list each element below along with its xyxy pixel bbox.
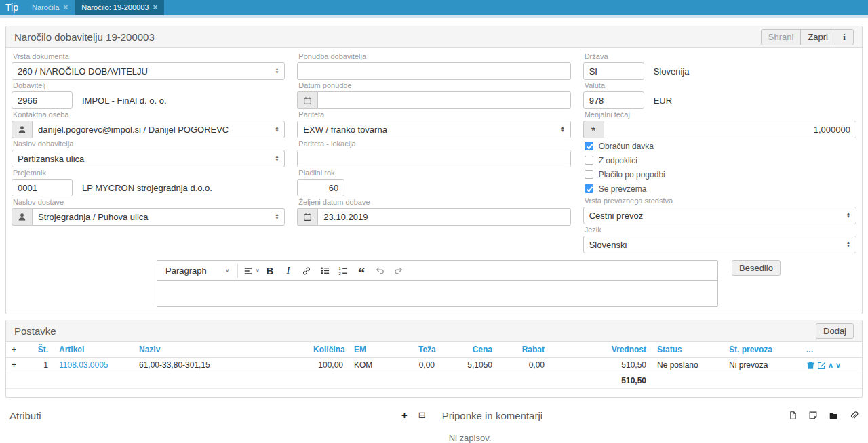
checkbox-se-prevzema[interactable]: Se prevzema: [585, 182, 856, 195]
order-panel: Naročilo dobavitelju 19-200003 Shrani Za…: [5, 26, 863, 314]
dobavitelj-name: IMPOL - FinAl d. o. o.: [82, 96, 167, 106]
dobavitelj-code-input[interactable]: [12, 91, 73, 109]
select-value: Strojegradnja / Puhova ulica: [38, 212, 275, 222]
select-value: Slovenski: [589, 240, 846, 250]
placilni-rok-input[interactable]: [297, 179, 344, 196]
delete-icon[interactable]: [806, 361, 815, 370]
checkbox-indicator[interactable]: [585, 156, 593, 165]
vrsta-dokumenta-select[interactable]: 260 / NAROČILO DOBAVITELJU ▲▼: [12, 62, 285, 80]
pariteta-select[interactable]: EXW / franko tovarna ▲▼: [297, 121, 570, 138]
collapse-icon[interactable]: ⊟: [418, 410, 426, 420]
besedilo-button[interactable]: Besedilo: [732, 260, 781, 276]
close-icon[interactable]: ×: [63, 4, 68, 11]
folder-icon[interactable]: [829, 411, 838, 420]
info-button[interactable]: i: [835, 29, 854, 45]
field-label: Naslov dostave: [13, 198, 285, 207]
move-up-icon[interactable]: ∧: [828, 361, 833, 370]
undo-button[interactable]: [372, 263, 388, 279]
bulleted-list-icon: [320, 266, 330, 276]
numbered-list-icon: 12: [338, 266, 349, 276]
alignment-dropdown[interactable]: ∨: [243, 263, 260, 279]
artikel-link[interactable]: 1108.03.0005: [59, 360, 108, 370]
kontaktna-oseba-select[interactable]: danijel.pogorevc@impol.si / Danijel POGO…: [32, 121, 285, 138]
col-header-status[interactable]: Status: [652, 342, 724, 358]
table-empty-row: [6, 389, 862, 397]
tab-narocilo-19-200003[interactable]: Naročilo: 19-200003 ×: [75, 0, 164, 15]
close-button[interactable]: Zapri: [800, 29, 835, 45]
paragraph-dropdown[interactable]: Paragraph ∨: [161, 263, 232, 279]
col-header-cena[interactable]: Cena: [440, 342, 498, 358]
col-header-em[interactable]: EM: [349, 342, 413, 358]
checkbox-indicator[interactable]: [585, 184, 593, 193]
zeljeni-datum-dobave-input[interactable]: [317, 208, 570, 226]
field-label: Država: [585, 52, 856, 61]
pariteta-lokacija-input[interactable]: [297, 150, 570, 167]
menjalni-tecaj-input[interactable]: [604, 121, 856, 138]
col-header-rabat[interactable]: Rabat: [498, 342, 550, 358]
calendar-icon[interactable]: [297, 91, 317, 109]
bulleted-list-button[interactable]: [317, 263, 333, 279]
spinner-icon: ▲▼: [275, 68, 279, 75]
new-document-icon[interactable]: [789, 410, 797, 420]
row-expand-plus[interactable]: +: [6, 358, 31, 373]
attachment-link-icon[interactable]: [849, 410, 859, 420]
row-actions: ∧ ∨: [806, 361, 856, 370]
add-attribute-icon[interactable]: +: [401, 410, 408, 420]
postavke-panel-header: Postavke Dodaj: [6, 320, 862, 342]
naslov-dobavitelja-select[interactable]: Partizanska ulica ▲▼: [12, 150, 285, 167]
naslov-dostave-select[interactable]: Strojegradnja / Puhova ulica ▲▼: [32, 208, 285, 226]
ponudba-dobavitelja-input[interactable]: [297, 62, 570, 80]
spinner-icon: ▲▼: [275, 126, 279, 133]
add-item-button[interactable]: Dodaj: [816, 323, 854, 339]
priponke-section: Priponke in komentarji Ni zapisov.: [442, 410, 859, 443]
col-header-plus[interactable]: +: [6, 342, 31, 358]
col-header-teza[interactable]: Teža: [413, 342, 440, 358]
checkbox-indicator[interactable]: [585, 142, 593, 150]
field-label: Željeni datum dobave: [298, 198, 570, 207]
field-label: Vrsta dokumenta: [13, 52, 285, 61]
col-header-st[interactable]: Št.: [31, 342, 54, 358]
asterisk-icon[interactable]: *: [583, 121, 604, 138]
link-button[interactable]: [298, 263, 315, 279]
editor-content-area[interactable]: [157, 281, 717, 306]
col-header-kolicina[interactable]: Količina: [308, 342, 349, 358]
page-title: Naročilo dobavitelju 19-200003: [14, 31, 761, 43]
checkbox-indicator[interactable]: [585, 170, 593, 179]
col-header-st-prevoza[interactable]: St. prevoza: [724, 342, 801, 358]
col-header-artikel[interactable]: Artikel: [54, 342, 134, 358]
close-icon[interactable]: ×: [153, 4, 157, 11]
save-button[interactable]: Shrani: [761, 29, 802, 45]
empty-records-text: Ni zapisov.: [449, 433, 859, 443]
calendar-icon[interactable]: [297, 208, 317, 226]
tab-narocila[interactable]: Naročila ×: [25, 0, 75, 15]
checkbox-z-odpoklici[interactable]: Z odpoklici: [585, 154, 856, 167]
chevron-down-icon: ∨: [225, 268, 229, 274]
block-quote-button[interactable]: “: [353, 263, 370, 279]
drzava-code-input[interactable]: [583, 62, 644, 80]
redo-button[interactable]: [390, 263, 406, 279]
svg-text:2: 2: [338, 272, 340, 276]
checkbox-obracun-davka[interactable]: Obračun davka: [585, 140, 856, 152]
numbered-list-button[interactable]: 12: [335, 263, 351, 279]
prejemnik-code-input[interactable]: [12, 179, 73, 196]
italic-button[interactable]: I: [280, 263, 296, 279]
col-header-more[interactable]: ...: [801, 342, 862, 358]
field-label: Dobavitelj: [13, 81, 285, 90]
redo-icon: [393, 266, 403, 276]
move-down-icon[interactable]: ∨: [835, 361, 841, 370]
edit-icon[interactable]: [817, 361, 826, 370]
tab-label: Naročilo: 19-200003: [81, 3, 149, 12]
cell-teza: 0,00: [413, 358, 440, 373]
vrsta-prevoza-select[interactable]: Cestni prevoz ▲▼: [583, 207, 856, 224]
col-header-naziv[interactable]: Naziv: [134, 342, 308, 358]
bold-button[interactable]: B: [262, 263, 278, 279]
jezik-select[interactable]: Slovenski ▲▼: [583, 236, 856, 253]
cell-vrednost: 510,50: [550, 358, 652, 373]
note-icon[interactable]: [808, 410, 818, 420]
datum-ponudbe-input[interactable]: [317, 91, 570, 109]
person-icon[interactable]: [12, 208, 32, 226]
valuta-code-input[interactable]: [583, 91, 644, 109]
person-icon[interactable]: [12, 121, 32, 138]
checkbox-placilo-po-pogodbi[interactable]: Plačilo po pogodbi: [585, 168, 856, 181]
col-header-vrednost[interactable]: Vrednost: [550, 342, 652, 358]
